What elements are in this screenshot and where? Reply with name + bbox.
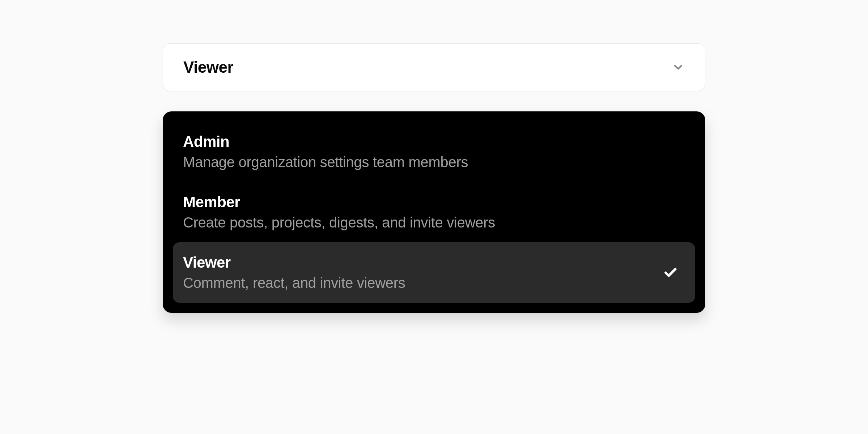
select-trigger[interactable]: Viewer xyxy=(163,43,705,91)
option-description: Manage organization settings team member… xyxy=(183,154,468,170)
dropdown-menu: Admin Manage organization settings team … xyxy=(163,111,705,313)
check-icon xyxy=(663,265,678,280)
option-text: Viewer Comment, react, and invite viewer… xyxy=(183,254,405,291)
option-title: Viewer xyxy=(183,254,405,271)
option-member[interactable]: Member Create posts, projects, digests, … xyxy=(173,182,695,242)
chevron-down-icon xyxy=(672,61,685,74)
option-description: Create posts, projects, digests, and inv… xyxy=(183,214,495,231)
select-current-value: Viewer xyxy=(183,58,233,76)
option-title: Member xyxy=(183,193,495,211)
option-text: Admin Manage organization settings team … xyxy=(183,133,468,170)
option-title: Admin xyxy=(183,133,468,150)
option-text: Member Create posts, projects, digests, … xyxy=(183,193,495,231)
option-admin[interactable]: Admin Manage organization settings team … xyxy=(173,122,695,182)
option-description: Comment, react, and invite viewers xyxy=(183,275,405,291)
role-selector: Viewer Admin Manage organization setting… xyxy=(163,43,705,434)
option-viewer[interactable]: Viewer Comment, react, and invite viewer… xyxy=(173,242,695,303)
